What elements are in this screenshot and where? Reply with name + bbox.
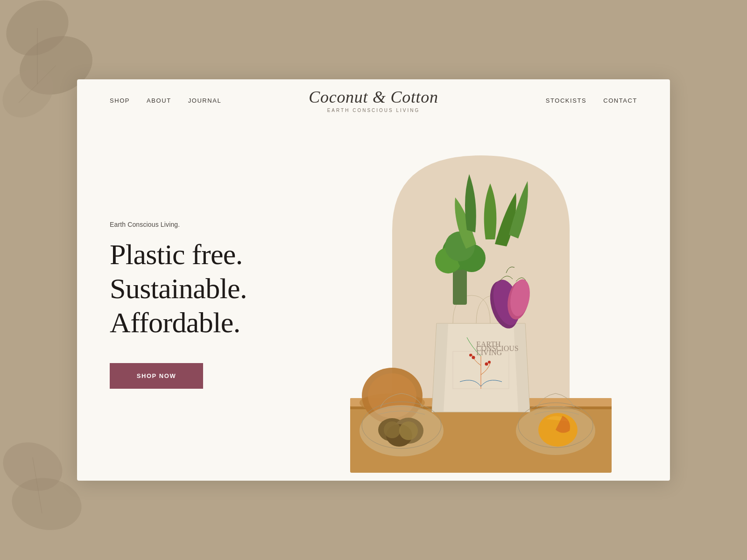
svg-point-0 bbox=[0, 0, 78, 67]
nav-left: SHOP ABOUT JOURNAL bbox=[110, 97, 221, 104]
svg-line-4 bbox=[19, 65, 56, 103]
header: SHOP ABOUT JOURNAL Coconut & Cotton EART… bbox=[77, 79, 670, 113]
main-card: SHOP ABOUT JOURNAL Coconut & Cotton EART… bbox=[77, 79, 670, 481]
logo: Coconut & Cotton EARTH CONSCIOUS LIVING bbox=[309, 89, 438, 113]
svg-point-19 bbox=[469, 354, 472, 357]
scene-illustration: EARTH CONSCIOUS LIVING bbox=[350, 127, 612, 473]
headline-line2: Sustainable. bbox=[110, 273, 247, 304]
nav-right: STOCKISTS CONTACT bbox=[546, 97, 637, 104]
headline-line3: Affordable. bbox=[110, 307, 240, 338]
svg-point-18 bbox=[472, 356, 475, 359]
logo-name: Coconut & Cotton bbox=[309, 89, 438, 105]
main-content: Earth Conscious Living. Plastic free. Su… bbox=[77, 113, 670, 481]
bg-leaf-bottom-left bbox=[0, 429, 84, 532]
shop-now-button[interactable]: Shop Now bbox=[110, 363, 203, 389]
nav-shop[interactable]: SHOP bbox=[110, 97, 130, 104]
nav-contact[interactable]: CONTACT bbox=[603, 97, 637, 104]
svg-point-5 bbox=[0, 434, 69, 499]
svg-point-38 bbox=[399, 421, 418, 440]
nav-journal[interactable]: JOURNAL bbox=[188, 97, 222, 104]
headline-line1: Plastic free. bbox=[110, 238, 243, 270]
hero-image: EARTH CONSCIOUS LIVING bbox=[324, 127, 637, 473]
svg-point-37 bbox=[384, 421, 401, 438]
hero-subtitle: Earth Conscious Living. bbox=[110, 221, 306, 228]
svg-line-7 bbox=[33, 457, 42, 513]
hero-headline: Plastic free. Sustainable. Affordable. bbox=[110, 238, 306, 340]
logo-tagline: EARTH CONSCIOUS LIVING bbox=[309, 108, 438, 113]
svg-point-17 bbox=[488, 361, 491, 364]
svg-point-16 bbox=[485, 363, 488, 366]
svg-point-6 bbox=[8, 473, 84, 532]
svg-point-2 bbox=[0, 59, 63, 127]
nav-about[interactable]: ABOUT bbox=[147, 97, 171, 104]
svg-text:LIVING: LIVING bbox=[476, 349, 502, 357]
nav-stockists[interactable]: STOCKISTS bbox=[546, 97, 586, 104]
hero-text: Earth Conscious Living. Plastic free. Su… bbox=[110, 127, 306, 473]
